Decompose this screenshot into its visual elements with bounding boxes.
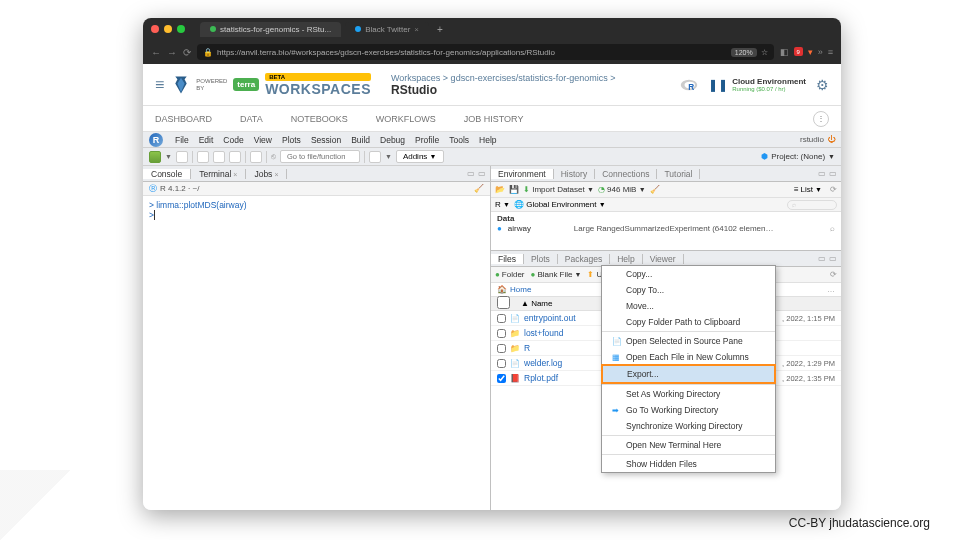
breadcrumb-path[interactable]: Workspaces > gdscn-exercises/statistics-… xyxy=(391,73,615,83)
tab-workflows[interactable]: WORKFLOWS xyxy=(376,114,436,124)
file-checkbox[interactable] xyxy=(497,374,506,383)
scope-global[interactable]: 🌐 Global Environment ▼ xyxy=(514,200,606,209)
home-icon[interactable]: 🏠 xyxy=(497,285,507,294)
maximize-pane-icon[interactable]: ▭ xyxy=(829,169,837,178)
bookmark-icon[interactable]: ☆ xyxy=(761,48,768,57)
anvil-logo[interactable]: POWERED BY terra xyxy=(172,75,259,95)
clear-console-icon[interactable]: 🧹 xyxy=(474,184,484,193)
path-more-icon[interactable]: … xyxy=(827,285,835,294)
zoom-badge[interactable]: 120% xyxy=(731,48,757,57)
addins-button[interactable]: Addins ▼ xyxy=(396,150,444,163)
menu-help[interactable]: Help xyxy=(479,135,496,145)
grid-button[interactable] xyxy=(369,151,381,163)
tab-job-history[interactable]: JOB HISTORY xyxy=(464,114,524,124)
save-button[interactable] xyxy=(213,151,225,163)
pane-controls[interactable]: ▭▭ xyxy=(814,169,841,178)
tab-connections[interactable]: Connections xyxy=(595,169,657,179)
cloud-environment[interactable]: ❚❚ Cloud Environment Running ($0.07 / hr… xyxy=(708,77,806,92)
tab-environment[interactable]: Environment xyxy=(491,169,554,179)
path-home[interactable]: Home xyxy=(510,285,531,294)
print-button[interactable] xyxy=(250,151,262,163)
tab-notebooks[interactable]: NOTEBOOKS xyxy=(291,114,348,124)
import-dataset-button[interactable]: ⬇ Import Dataset ▼ xyxy=(523,185,594,194)
open-button[interactable] xyxy=(197,151,209,163)
close-icon[interactable] xyxy=(151,25,159,33)
menu-move[interactable]: Move... xyxy=(602,298,775,314)
file-checkbox[interactable] xyxy=(497,314,506,323)
r-logo-icon[interactable]: R xyxy=(680,78,698,92)
menu-file[interactable]: File xyxy=(175,135,189,145)
menu-code[interactable]: Code xyxy=(223,135,243,145)
load-icon[interactable]: 📂 xyxy=(495,185,505,194)
menu-goto-wd[interactable]: ➡Go To Working Directory xyxy=(602,402,775,418)
forward-button[interactable]: → xyxy=(167,47,177,58)
console-body[interactable]: > limma::plotMDS(airway) > xyxy=(143,196,490,510)
dropdown-icon[interactable]: ▼ xyxy=(165,153,172,160)
maximize-pane-icon[interactable]: ▭ xyxy=(829,254,837,263)
save-icon[interactable]: 💾 xyxy=(509,185,519,194)
env-variable-row[interactable]: ● airway Large RangedSummarizedExperimen… xyxy=(497,224,835,233)
overflow-icon[interactable]: » xyxy=(818,47,823,57)
tab-history[interactable]: History xyxy=(554,169,595,179)
url-field[interactable]: 🔒 https://anvil.terra.bio/#workspaces/gd… xyxy=(197,44,774,60)
env-search-input[interactable]: ⌕ xyxy=(787,200,837,210)
file-checkbox[interactable] xyxy=(497,329,506,338)
pause-icon[interactable]: ❚❚ xyxy=(708,78,728,92)
menu-view[interactable]: View xyxy=(254,135,272,145)
menu-export[interactable]: Export... xyxy=(601,364,776,384)
pane-controls[interactable]: ▭▭ xyxy=(463,169,490,178)
tab-files[interactable]: Files xyxy=(491,254,524,264)
minimize-pane-icon[interactable]: ▭ xyxy=(818,169,826,178)
tab-help[interactable]: Help xyxy=(610,254,642,264)
new-project-button[interactable] xyxy=(176,151,188,163)
maximize-icon[interactable] xyxy=(177,25,185,33)
pocket-icon[interactable]: ▾ xyxy=(808,47,813,57)
close-icon[interactable]: × xyxy=(274,171,278,178)
reload-button[interactable]: ⟳ xyxy=(183,47,191,58)
menu-hidden[interactable]: Show Hidden Files xyxy=(602,456,775,472)
dropdown-icon[interactable]: ▼ xyxy=(385,153,392,160)
maximize-pane-icon[interactable]: ▭ xyxy=(478,169,486,178)
inspect-icon[interactable]: ⌕ xyxy=(830,224,835,233)
tab-console[interactable]: Console xyxy=(143,169,191,179)
menu-plots[interactable]: Plots xyxy=(282,135,301,145)
refresh-icon[interactable]: ⟳ xyxy=(830,270,837,279)
tab-jobs[interactable]: Jobs× xyxy=(246,169,287,179)
menu-icon[interactable]: ≡ xyxy=(828,47,833,57)
close-icon[interactable]: × xyxy=(233,171,237,178)
new-file-button[interactable] xyxy=(149,151,161,163)
pane-controls[interactable]: ▭▭ xyxy=(814,254,841,263)
menu-sync-wd[interactable]: Synchronize Working Directory xyxy=(602,418,775,434)
browser-tab[interactable]: Black Twitter × xyxy=(345,22,429,37)
minimize-pane-icon[interactable]: ▭ xyxy=(818,254,826,263)
refresh-icon[interactable]: ⟳ xyxy=(830,185,837,194)
tab-packages[interactable]: Packages xyxy=(558,254,610,264)
power-icon[interactable]: ⏻ xyxy=(827,135,835,144)
extension-icon[interactable]: ◧ xyxy=(780,47,789,57)
goto-file-input[interactable] xyxy=(280,150,360,163)
traffic-lights[interactable] xyxy=(151,25,185,33)
menu-session[interactable]: Session xyxy=(311,135,341,145)
menu-profile[interactable]: Profile xyxy=(415,135,439,145)
hamburger-icon[interactable]: ≡ xyxy=(155,76,164,94)
tab-terminal[interactable]: Terminal× xyxy=(191,169,246,179)
menu-tools[interactable]: Tools xyxy=(449,135,469,145)
menu-open-columns[interactable]: ▦Open Each File in New Columns xyxy=(602,349,775,365)
minimize-pane-icon[interactable]: ▭ xyxy=(467,169,475,178)
expand-icon[interactable]: ● xyxy=(497,224,502,233)
tab-data[interactable]: DATA xyxy=(240,114,263,124)
browser-tab-active[interactable]: statistics-for-genomics - RStu... xyxy=(200,22,341,37)
minimize-icon[interactable] xyxy=(164,25,172,33)
menu-debug[interactable]: Debug xyxy=(380,135,405,145)
menu-set-wd[interactable]: Set As Working Directory xyxy=(602,386,775,402)
project-selector[interactable]: ⬢ Project: (None) ▼ xyxy=(761,152,835,161)
info-button[interactable]: ⋮ xyxy=(813,111,829,127)
file-checkbox[interactable] xyxy=(497,344,506,353)
tab-plots[interactable]: Plots xyxy=(524,254,558,264)
broom-icon[interactable]: 🧹 xyxy=(650,185,660,194)
save-all-button[interactable] xyxy=(229,151,241,163)
tab-close-icon[interactable]: × xyxy=(414,25,419,34)
memory-indicator[interactable]: ◔ 946 MiB ▼ xyxy=(598,185,646,194)
menu-edit[interactable]: Edit xyxy=(199,135,214,145)
blank-file-button[interactable]: ●Blank File ▼ xyxy=(531,270,582,279)
